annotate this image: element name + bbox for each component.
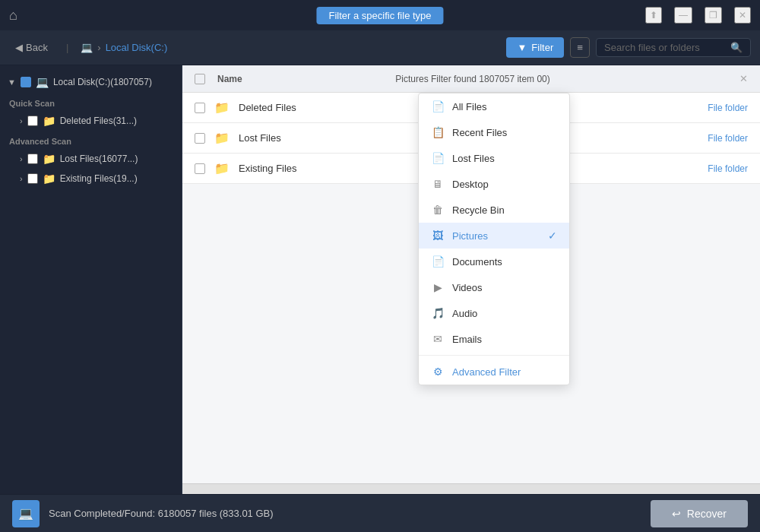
existing-expand-icon: ›: [20, 174, 23, 183]
scan-status-suffix: 00): [537, 74, 549, 84]
dropdown-divider: [419, 355, 569, 356]
deleted-files-folder-icon: 📁: [43, 115, 55, 127]
selected-checkmark-icon: ✓: [548, 230, 557, 242]
search-box[interactable]: 🔍: [596, 38, 751, 57]
audio-label: Audio: [452, 308, 477, 319]
filter-label: Filter: [531, 42, 553, 53]
recover-label: Recover: [687, 508, 727, 520]
computer-icon: 💻: [18, 506, 33, 521]
menu-button[interactable]: ≡: [570, 37, 590, 58]
dropdown-item-advanced-filter[interactable]: ⚙ Advanced Filter: [419, 359, 569, 385]
breadcrumb-label[interactable]: Local Disk(C:): [106, 42, 168, 53]
sidebar-drive-header[interactable]: ▼ 💻 Local Disk(C:)(1807057): [0, 71, 182, 93]
filter-icon: ▼: [517, 42, 527, 53]
dropdown-item-pictures[interactable]: 🖼 Pictures ✓: [419, 223, 569, 249]
lost-files-label: Lost Files(16077...): [60, 154, 174, 164]
statusbar: 💻 Scan Completed/Found: 6180057 files (8…: [0, 494, 760, 532]
dropdown-item-desktop[interactable]: 🖥 Desktop: [419, 171, 569, 197]
header-checkbox[interactable]: [195, 74, 205, 84]
filter-dropdown: 📄 All Files 📋 Recent Files 📄 Lost Files …: [418, 93, 570, 385]
desktop-icon: 🖥: [431, 178, 445, 190]
recycle-bin-icon: 🗑: [431, 204, 445, 216]
desktop-label: Desktop: [452, 179, 489, 190]
main-area: ▼ 💻 Local Disk(C:)(1807057) Quick Scan ›…: [0, 65, 760, 494]
drive-label: Local Disk(C:)(1807057): [53, 77, 174, 87]
sidebar: ▼ 💻 Local Disk(C:)(1807057) Quick Scan ›…: [0, 65, 182, 494]
existing-files-checkbox[interactable]: [27, 173, 38, 184]
sidebar-item-lost-files[interactable]: › 📁 Lost Files(16077...): [0, 149, 182, 169]
row-checkbox-1[interactable]: [195, 133, 205, 144]
lost-files-checkbox[interactable]: [27, 154, 38, 164]
all-files-icon: 📄: [431, 100, 445, 112]
breadcrumb-arrow: ›: [97, 42, 100, 53]
dropdown-item-audio[interactable]: 🎵 Audio: [419, 300, 569, 326]
quick-scan-label: Quick Scan: [0, 93, 182, 111]
share-button[interactable]: ⬆: [645, 7, 662, 24]
all-files-label: All Files: [452, 101, 487, 112]
menu-icon: ≡: [577, 42, 583, 53]
emails-icon: ✉: [431, 333, 445, 345]
scan-status-text: Pictures Filter found 1807057 item: [395, 74, 534, 84]
lost-files-icon: 📄: [431, 152, 445, 164]
titlebar: ⌂ Filter a specific file type ⬆ — ❒ ✕: [0, 0, 760, 30]
sidebar-item-deleted-files[interactable]: › 📁 Deleted Files(31...): [0, 111, 182, 131]
recover-icon: ↩: [672, 508, 681, 520]
restore-button[interactable]: ❒: [705, 7, 722, 24]
status-text: Scan Completed/Found: 6180057 files (833…: [49, 508, 274, 519]
deleted-files-checkbox[interactable]: [27, 116, 38, 126]
advanced-filter-label: Advanced Filter: [452, 366, 521, 378]
existing-files-label: Existing Files(19...): [60, 173, 174, 184]
search-icon: 🔍: [730, 42, 743, 53]
recover-button[interactable]: ↩ Recover: [651, 500, 748, 527]
recent-files-icon: 📋: [431, 126, 445, 138]
deleted-files-label: Deleted Files(31...): [60, 116, 174, 126]
minimize-button[interactable]: —: [674, 7, 692, 24]
close-button[interactable]: ✕: [734, 7, 751, 24]
row-checkbox-0[interactable]: [195, 103, 205, 113]
content-area: Name Pictures Filter found 1807057 item …: [182, 65, 760, 494]
tooltip-text: Filter a specific file type: [328, 10, 431, 21]
file-type-label-2: File folder: [708, 163, 748, 174]
dropdown-item-recycle-bin[interactable]: 🗑 Recycle Bin: [419, 197, 569, 223]
folder-icon-0: 📁: [214, 100, 230, 115]
pictures-icon: 🖼: [431, 230, 445, 242]
drive-checkbox[interactable]: [21, 77, 31, 87]
titlebar-controls: ⬆ — ❒ ✕: [645, 7, 751, 24]
dropdown-item-recent-files[interactable]: 📋 Recent Files: [419, 119, 569, 145]
lost-files-label: Lost Files: [452, 153, 495, 164]
existing-files-folder-icon: 📁: [43, 173, 55, 185]
collapse-arrow-icon: ▼: [8, 78, 16, 87]
filter-button[interactable]: ▼ Filter: [506, 37, 564, 58]
tooltip-banner: Filter a specific file type: [316, 7, 443, 24]
breadcrumb: 💻 › Local Disk(C:): [81, 42, 167, 53]
search-input[interactable]: [604, 42, 726, 53]
scan-status: Pictures Filter found 1807057 item 00): [395, 74, 727, 84]
home-icon[interactable]: ⌂: [9, 8, 17, 24]
documents-icon: 📄: [431, 255, 445, 268]
folder-icon-2: 📁: [214, 161, 230, 176]
pictures-label: Pictures: [452, 230, 488, 242]
expand-arrow-icon: ›: [20, 116, 23, 125]
horizontal-scrollbar[interactable]: [182, 483, 760, 494]
advanced-scan-label: Advanced Scan: [0, 131, 182, 149]
dropdown-item-all-files[interactable]: 📄 All Files: [419, 93, 569, 119]
status-computer-icon: 💻: [12, 500, 40, 527]
name-column-header: Name: [217, 74, 383, 84]
recycle-bin-label: Recycle Bin: [452, 204, 505, 216]
dropdown-item-lost-files[interactable]: 📄 Lost Files: [419, 145, 569, 171]
documents-label: Documents: [452, 256, 502, 268]
lost-expand-icon: ›: [20, 154, 23, 163]
dropdown-item-videos[interactable]: ▶ Videos: [419, 274, 569, 300]
videos-label: Videos: [452, 282, 483, 293]
back-button[interactable]: ◀ Back: [9, 39, 54, 56]
toolbar: ◀ Back | 💻 › Local Disk(C:) ▼ Filter ≡ 🔍: [0, 30, 760, 65]
dropdown-item-emails[interactable]: ✉ Emails: [419, 326, 569, 352]
row-checkbox-2[interactable]: [195, 163, 205, 174]
titlebar-left: ⌂: [9, 8, 17, 24]
dropdown-item-documents[interactable]: 📄 Documents: [419, 249, 569, 274]
recent-files-label: Recent Files: [452, 127, 507, 138]
nav-separator: |: [66, 42, 68, 53]
toolbar-right: ▼ Filter ≡ 🔍: [506, 37, 751, 58]
content-close-icon[interactable]: ✕: [739, 73, 748, 84]
sidebar-item-existing-files[interactable]: › 📁 Existing Files(19...): [0, 169, 182, 188]
